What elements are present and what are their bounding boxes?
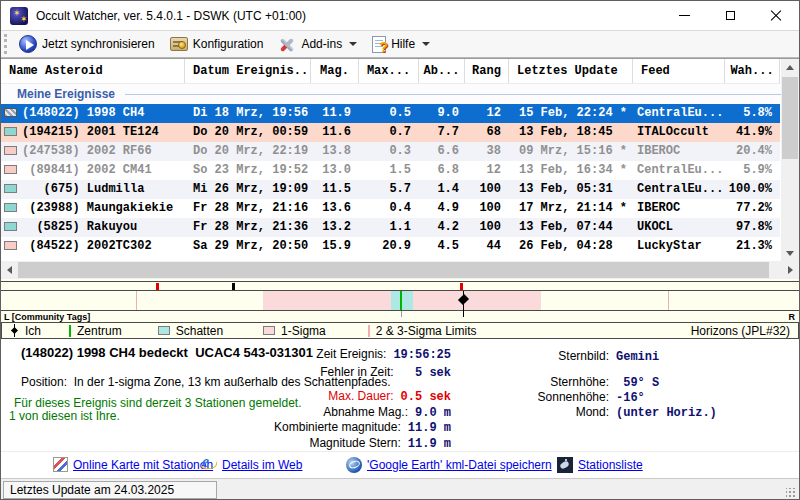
station-list-icon: [557, 457, 573, 473]
your-station-text: 1 von diesen ist Ihre.: [9, 409, 120, 423]
scroll-left-button[interactable]: [1, 261, 18, 279]
shadow-zone: [391, 291, 413, 310]
google-earth-icon: [346, 457, 362, 473]
chevron-down-icon: [349, 42, 357, 46]
table-row[interactable]: (89841) 2002 CM41 So 23 Mrz, 19:52 13.0 …: [1, 161, 780, 180]
help-menu-button[interactable]: Hilfe: [369, 34, 433, 55]
close-button[interactable]: [753, 1, 799, 30]
event-tag-swatch: [4, 222, 17, 231]
events-table: Name Asteroid Datum Ereignis... Mag. Max…: [1, 58, 799, 261]
shadow-path-band[interactable]: [1, 290, 799, 311]
legend-item-1-sigma: 1-Sigma: [263, 324, 326, 338]
sigma-limit-line: [136, 291, 137, 310]
horizontal-scrollbar[interactable]: [1, 261, 799, 279]
field-kombinierte-magnitude: Kombinierte magnitude:11.9 m: [151, 420, 451, 435]
table-row[interactable]: (5825) Rakuyou Fr 28 Mrz, 21:36 13.2 1.1…: [1, 218, 780, 237]
horizontal-scrollbar-thumb[interactable]: [18, 262, 769, 278]
path-ruler-line: [1, 281, 799, 282]
station-tick-red: [156, 283, 159, 290]
occultation-path-panel[interactable]: L [Community Tags] R: [1, 279, 799, 322]
minimize-button[interactable]: [661, 1, 707, 30]
app-window: Occult Watcher, ver. 5.4.0.1 - DSWK (UTC…: [0, 0, 800, 500]
arrow-up-icon: [786, 65, 794, 70]
column-header-max[interactable]: Max...: [359, 59, 419, 83]
column-header-mag[interactable]: Mag.: [311, 59, 359, 83]
field-sternbild: Sternbild:Gemini: [469, 349, 789, 364]
my-station-marker: [459, 291, 468, 317]
vertical-scrollbar-thumb[interactable]: [782, 77, 798, 159]
arrow-down-icon: [786, 251, 794, 256]
field-max-dauer: Max. Dauer:0.5 sek: [151, 389, 451, 404]
legend-item-ich: Ich: [10, 324, 41, 338]
event-tag-swatch: [4, 165, 17, 174]
event-tag-swatch: [4, 241, 17, 250]
scroll-up-button[interactable]: [781, 59, 799, 76]
my-station-icon: [10, 324, 19, 337]
group-header-meine-ereignisse[interactable]: Meine Ereignisse: [1, 84, 799, 104]
status-bar: Letztes Update am 24.03.2025 08:59:34: [1, 478, 799, 500]
arrow-left-icon: [7, 266, 12, 274]
scroll-down-button[interactable]: [781, 245, 799, 262]
field-magnitude-stern: Magnitude Stern:11.9 m: [151, 436, 451, 451]
help-icon: [372, 36, 386, 53]
table-row[interactable]: (247538) 2002 RF66 Do 20 Mrz, 22:19 13.8…: [1, 142, 780, 161]
app-logo-icon: [10, 7, 28, 25]
table-row[interactable]: (148022) 1998 CH4 Di 18 Mrz, 19:56 11.9 …: [1, 104, 780, 123]
vertical-scrollbar[interactable]: [781, 59, 799, 262]
station-tick-black: [232, 283, 235, 290]
links-row: Online Karte mit Stationen Details im We…: [1, 451, 799, 478]
maximize-button[interactable]: [707, 1, 753, 30]
shadow-zone-icon: [158, 326, 170, 335]
station-list-link[interactable]: Stationsliste: [557, 457, 643, 473]
column-header-update[interactable]: Letztes Update: [509, 59, 633, 83]
legend-bar: Ich Zentrum Schatten 1-Sigma 2 & 3-Sigma…: [1, 322, 799, 339]
maximize-icon: [726, 11, 735, 20]
close-icon: [770, 10, 782, 22]
field-sternhoehe: Sternhöhe: 59° S: [469, 375, 789, 390]
column-header-rang[interactable]: Rang: [465, 59, 509, 83]
column-header-name[interactable]: Name Asteroid: [1, 59, 185, 83]
event-tag-swatch: [4, 184, 17, 193]
legend-item-zentrum: Zentrum: [69, 324, 122, 338]
scroll-right-button[interactable]: [782, 261, 799, 279]
addins-menu-button[interactable]: Add-ins: [275, 33, 360, 55]
event-tag-swatch: [4, 146, 17, 155]
field-mond: Mond:(unter Horiz.): [469, 405, 789, 420]
center-line-icon: [69, 325, 71, 337]
online-map-link[interactable]: Online Karte mit Stationen: [53, 457, 213, 472]
web-details-link[interactable]: Details im Web: [201, 457, 302, 473]
center-line-stub: [401, 311, 402, 317]
configuration-button[interactable]: Konfiguration: [167, 35, 267, 53]
legend-item-sigma-limits: 2 & 3-Sigma Limits: [368, 324, 477, 338]
column-header-ab[interactable]: Ab...: [419, 59, 465, 83]
column-header-feed[interactable]: Feed: [633, 59, 725, 83]
field-abnahme-mag: Abnahme Mag.:9.0 m: [151, 405, 451, 420]
path-right-label: R: [789, 312, 796, 322]
toolbar-grip[interactable]: [4, 34, 7, 54]
sync-now-button[interactable]: Jetzt synchronisieren: [16, 33, 158, 55]
table-body: (148022) 1998 CH4 Di 18 Mrz, 19:56 11.9 …: [1, 104, 799, 256]
table-row[interactable]: (23988) Maungakiekie Fr 28 Mrz, 21:16 13…: [1, 199, 780, 218]
sigma-limit-line: [668, 291, 669, 310]
window-title: Occult Watcher, ver. 5.4.0.1 - DSWK (UTC…: [36, 9, 306, 23]
sync-icon: [19, 35, 37, 53]
arrow-right-icon: [788, 266, 793, 274]
column-header-datum[interactable]: Datum Ereignis...: [185, 59, 311, 83]
minimize-icon: [679, 15, 690, 16]
column-header-wah[interactable]: Wah...: [725, 59, 780, 83]
toolbar: Jetzt synchronisieren Konfiguration Add-…: [1, 31, 799, 58]
tools-icon: [278, 35, 296, 53]
table-row[interactable]: (84522) 2002TC302 Sa 29 Mrz, 20:50 15.9 …: [1, 237, 780, 256]
field-sonnenhoehe: Sonnenhöhe:-16°: [469, 390, 789, 405]
group-divider-line: [125, 94, 785, 95]
chevron-down-icon: [422, 42, 430, 46]
table-row[interactable]: (194215) 2001 TE124 Do 20 Mrz, 00:59 11.…: [1, 123, 780, 142]
google-earth-kml-link[interactable]: 'Google Earth' kml-Datei speichern: [346, 457, 552, 473]
field-fehler-in-zeit: Fehler in Zeit: 5 sek: [151, 365, 451, 380]
table-header-row: Name Asteroid Datum Ereignis... Mag. Max…: [1, 59, 799, 84]
resize-grip[interactable]: [786, 488, 796, 498]
legend-item-schatten: Schatten: [158, 324, 223, 338]
table-row[interactable]: (675) Ludmilla Mi 26 Mrz, 19:09 11.5 5.7…: [1, 180, 780, 199]
center-line: [400, 291, 402, 310]
titlebar: Occult Watcher, ver. 5.4.0.1 - DSWK (UTC…: [1, 1, 799, 31]
